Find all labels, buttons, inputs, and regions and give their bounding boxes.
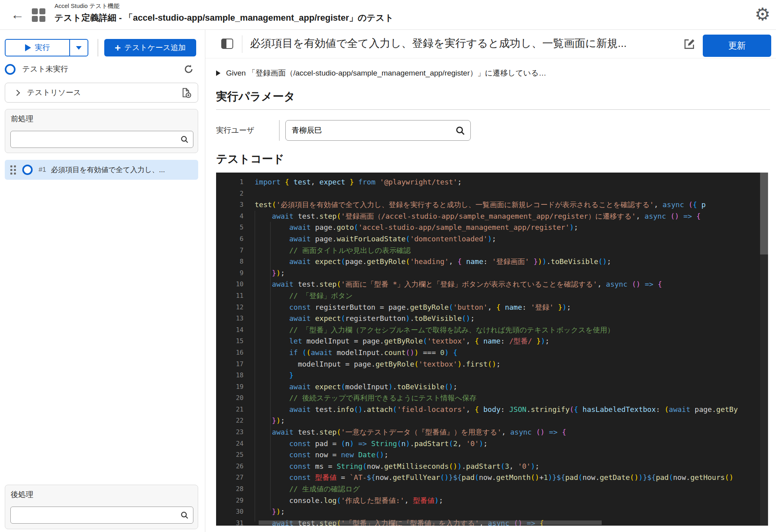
code-line: 2 xyxy=(216,188,768,200)
dot xyxy=(14,169,16,171)
line-number: 20 xyxy=(216,392,244,404)
line-number: 17 xyxy=(216,359,244,370)
code-text: await page.goto('accel-studio-app/sample… xyxy=(244,222,578,233)
pre-process-search xyxy=(10,131,193,148)
chevron-down-icon xyxy=(76,46,82,50)
exec-user-row: 実行ユーザ xyxy=(216,120,770,141)
code-text: if ((await modelInput.count()) === 0) { xyxy=(244,347,457,359)
page-title: テスト定義詳細 - 「accel-studio-app/sample_manag… xyxy=(55,12,394,24)
code-text: const ms = String(now.getMilliseconds())… xyxy=(244,461,539,472)
code-line: 20 // 後続ステップで再利用できるようにテスト情報へ保存 xyxy=(216,392,768,404)
toggle-fill xyxy=(222,39,226,48)
code-text: // 「登録」ボタン xyxy=(244,290,353,302)
app-label: Accel Studio テスト機能 xyxy=(55,2,120,10)
code-editor[interactable]: 1import { test, expect } from '@playwrig… xyxy=(216,173,768,526)
test-resource-panel[interactable]: テストリソース xyxy=(5,83,198,103)
given-step-row[interactable]: Given 「登録画面（/accel-studio-app/sample_man… xyxy=(216,68,770,78)
dot xyxy=(10,165,12,167)
code-line: 22 }); xyxy=(216,415,768,427)
editor-vertical-scrollbar[interactable] xyxy=(760,173,768,526)
back-button[interactable]: ← xyxy=(9,6,26,23)
code-line: 12 const registerButton = page.getByRole… xyxy=(216,302,768,313)
section-divider xyxy=(216,109,770,110)
line-number: 28 xyxy=(216,483,244,495)
update-button[interactable]: 更新 xyxy=(703,35,771,57)
top-header: ← Accel Studio テスト機能 テスト定義詳細 - 「accel-st… xyxy=(0,0,776,30)
line-number: 5 xyxy=(216,222,244,233)
case-number: #1 xyxy=(39,166,46,174)
code-text: await expect(page.getByRole('heading', {… xyxy=(244,256,611,268)
line-number: 14 xyxy=(216,324,244,336)
chevron-right-icon xyxy=(14,89,20,96)
code-text: modelInput = page.getByRole('textbox').f… xyxy=(244,359,501,370)
grid-square xyxy=(39,16,45,22)
sidebar-button-row: 実行 + テストケース追加 xyxy=(5,39,196,56)
line-number: 3 xyxy=(216,199,244,211)
dot xyxy=(14,165,16,167)
grid-square xyxy=(39,8,45,14)
search-icon xyxy=(180,511,189,520)
post-process-label: 後処理 xyxy=(11,489,33,500)
code-text: const now = new Date(); xyxy=(244,449,388,461)
code-line: 10 await test.step('画面に「型番 *」入力欄と「登録」ボタン… xyxy=(216,279,768,290)
given-step-text: Given 「登録画面（/accel-studio-app/sample_man… xyxy=(226,68,546,78)
case-title-input[interactable]: 必須項目を有効値で全て入力し、登録を実行すると成功し、一覧画面に新規... xyxy=(250,36,680,50)
line-number: 27 xyxy=(216,472,244,483)
add-file-icon[interactable] xyxy=(180,87,191,98)
exec-params-heading: 実行パラメータ xyxy=(216,89,770,104)
case-label: 必須項目を有効値で全て入力し、... xyxy=(51,165,165,175)
line-number: 4 xyxy=(216,211,244,222)
post-process-search xyxy=(10,507,193,524)
search-icon xyxy=(180,135,189,144)
code-text: // 画面タイトルや見出しの表示確認 xyxy=(244,245,411,256)
pre-process-search-input[interactable] xyxy=(11,131,193,148)
code-text: await expect(modelInput).toBeVisible(); xyxy=(244,381,457,393)
code-text: test('必須項目を有効値で全て入力し、登録を実行すると成功し、一覧画面に新規… xyxy=(244,199,706,211)
code-line: 16 if ((await modelInput.count()) === 0)… xyxy=(216,347,768,359)
post-process-search-input[interactable] xyxy=(11,507,193,523)
status-circle-icon xyxy=(5,64,16,75)
code-text: let modelInput = page.getByRole('textbox… xyxy=(244,336,550,347)
code-line: 29 console.log('作成した型番値:', 型番値); xyxy=(216,495,768,507)
run-options-button[interactable] xyxy=(69,40,88,56)
refresh-icon[interactable] xyxy=(183,64,194,75)
code-line: 13 await expect(registerButton).toBeVisi… xyxy=(216,313,768,324)
code-line: 8 await expect(page.getByRole('heading',… xyxy=(216,256,768,268)
sidebar-toggle-icon[interactable] xyxy=(221,39,233,49)
line-number: 12 xyxy=(216,302,244,313)
post-process-panel: 後処理 xyxy=(5,485,198,529)
test-status-row: テスト未実行 xyxy=(5,64,198,75)
line-number: 11 xyxy=(216,290,244,302)
pre-process-label: 前処理 xyxy=(11,114,33,124)
code-line: 19 await expect(modelInput).toBeVisible(… xyxy=(216,381,768,393)
code-text: await expect(registerButton).toBeVisible… xyxy=(244,313,475,324)
code-line: 23 await test.step('一意なテストデータ（『型番値』）を用意す… xyxy=(216,427,768,438)
code-line: 26 const ms = String(now.getMilliseconds… xyxy=(216,461,768,472)
case-toolbar: 必須項目を有効値で全て入力し、登録を実行すると成功し、一覧画面に新規... 更新 xyxy=(205,30,776,58)
run-button-label: 実行 xyxy=(35,43,50,53)
edit-pencil-icon[interactable] xyxy=(683,38,696,50)
line-number: 26 xyxy=(216,461,244,472)
indent-guide xyxy=(255,211,255,522)
test-case-item[interactable]: #1 必須項目を有効値で全て入力し、... xyxy=(5,160,198,180)
exec-user-input[interactable] xyxy=(286,120,470,140)
code-line: 24 const pad = (n) => String(n).padStart… xyxy=(216,438,768,450)
code-line: 18 } xyxy=(216,370,768,381)
button-separator xyxy=(97,39,98,56)
add-test-case-button[interactable]: + テストケース追加 xyxy=(104,39,196,56)
run-button[interactable]: 実行 xyxy=(6,40,69,56)
code-lines: 1import { test, expect } from '@playwrig… xyxy=(216,173,768,526)
settings-gear-icon[interactable]: ⚙ xyxy=(755,4,770,25)
drag-handle-icon[interactable] xyxy=(10,165,16,175)
line-number: 2 xyxy=(216,188,244,200)
app-grid-icon[interactable] xyxy=(32,8,45,22)
horizontal-scrollbar-thumb[interactable] xyxy=(259,520,602,525)
code-text: await test.step('登録画面（/accel-studio-app/… xyxy=(244,211,701,222)
test-code-heading: テストコード xyxy=(216,151,770,167)
indent-guide xyxy=(270,222,271,511)
line-number: 7 xyxy=(216,245,244,256)
vertical-scrollbar-thumb[interactable] xyxy=(760,173,768,254)
line-number: 13 xyxy=(216,313,244,324)
line-number: 8 xyxy=(216,256,244,268)
code-line: 30 }); xyxy=(216,506,768,518)
